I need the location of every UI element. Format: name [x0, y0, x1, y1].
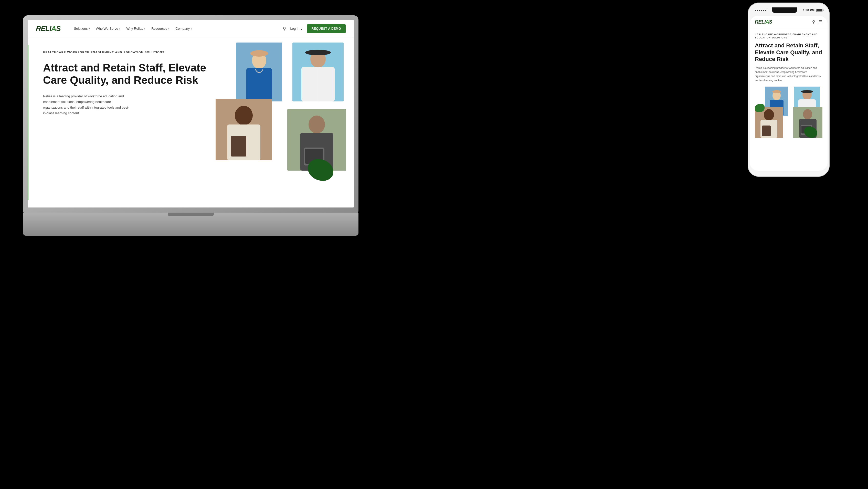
speaker-dot	[761, 10, 762, 11]
nav-right-actions: ⚲ Log In ∨ REQUEST A DEMO	[283, 24, 346, 33]
phone-logo-a: A	[766, 19, 769, 25]
laptop-bezel: RELIAS Solutions ∨ Who We Serve ∨ Why Re…	[23, 16, 359, 215]
svg-rect-6	[305, 50, 331, 55]
speaker-dot	[763, 10, 764, 11]
phone-time-display: 1:30 PM	[803, 8, 823, 12]
nav-item-company[interactable]: Company ∨	[173, 26, 194, 31]
battery-icon	[816, 9, 823, 12]
svg-rect-12	[231, 136, 246, 156]
phone-hero-content: HEALTHCARE WORKFORCE ENABLEMENT AND EDUC…	[750, 28, 828, 143]
phone-nav-icons: ⚲ ☰	[812, 20, 823, 24]
phone-hero-body: Relias is a leading provider of workforc…	[755, 66, 823, 83]
photo-doctor	[292, 42, 344, 101]
nav-menu: Solutions ∨ Who We Serve ∨ Why Relias ∨ …	[72, 26, 277, 31]
website-navbar: RELIAS Solutions ∨ Who We Serve ∨ Why Re…	[28, 20, 354, 37]
nav-item-solutions[interactable]: Solutions ∨	[72, 26, 92, 31]
battery-fill	[817, 9, 822, 11]
hero-eyebrow-text: HEALTHCARE WORKFORCE ENABLEMENT AND EDUC…	[43, 50, 208, 55]
photo-collage	[216, 42, 349, 191]
logo-a: A	[51, 25, 56, 33]
phone-menu-icon[interactable]: ☰	[819, 20, 823, 24]
svg-rect-29	[762, 125, 771, 136]
phone-site-logo[interactable]: RELIAS	[755, 19, 772, 25]
login-button[interactable]: Log In ∨	[290, 27, 303, 30]
nav-item-resources[interactable]: Resources ∨	[149, 26, 172, 31]
phone-hero-title: Attract and Retain Staff, Elevate Care Q…	[755, 42, 823, 62]
phone-bezel: 1:30 PM RELIAS ⚲ ☰ HEALTHCARE WORKFORCE …	[748, 3, 830, 177]
speaker-dot	[759, 10, 760, 11]
hero-section: HEALTHCARE WORKFORCE ENABLEMENT AND EDUC…	[28, 37, 354, 208]
nav-item-who-we-serve[interactable]: Who We Serve ∨	[94, 26, 123, 31]
speaker-dot	[755, 10, 756, 11]
site-logo[interactable]: RELIAS	[36, 25, 61, 33]
svg-point-10	[235, 106, 253, 125]
phone-status-bar: 1:30 PM	[750, 7, 828, 14]
phone-eyebrow-text: HEALTHCARE WORKFORCE ENABLEMENT AND EDUC…	[755, 33, 823, 39]
laptop-device: RELIAS Solutions ∨ Who We Serve ∨ Why Re…	[23, 16, 359, 236]
chevron-down-icon: ∨	[190, 27, 192, 30]
request-demo-button[interactable]: REQUEST A DEMO	[307, 24, 346, 33]
chevron-down-icon: ∨	[144, 27, 146, 30]
phone-speaker-dots	[755, 10, 766, 11]
phone-navbar: RELIAS ⚲ ☰	[750, 16, 828, 28]
hero-right-image	[221, 37, 354, 208]
svg-point-31	[803, 109, 812, 119]
svg-point-27	[764, 109, 774, 120]
phone-device: 1:30 PM RELIAS ⚲ ☰ HEALTHCARE WORKFORCE …	[748, 3, 830, 177]
hero-body-text: Relias is a leading provider of workforc…	[43, 93, 130, 116]
photo-woman-smiling	[216, 99, 272, 160]
laptop-hinge	[168, 213, 214, 216]
phone-photo-collage	[755, 87, 823, 138]
speaker-dot	[757, 10, 758, 11]
svg-rect-24	[801, 90, 813, 93]
svg-rect-3	[246, 68, 272, 101]
search-icon[interactable]: ⚲	[283, 26, 286, 31]
chevron-down-icon: ∨	[88, 27, 90, 30]
hero-title: Attract and Retain Staff, Elevate Care Q…	[43, 62, 208, 87]
hero-left-content: HEALTHCARE WORKFORCE ENABLEMENT AND EDUC…	[28, 37, 221, 208]
photo-nurse	[236, 42, 282, 101]
svg-point-14	[309, 116, 325, 133]
chevron-down-icon: ∨	[168, 27, 170, 30]
chevron-down-icon: ∨	[300, 27, 303, 30]
svg-rect-2	[250, 50, 268, 57]
svg-rect-20	[772, 90, 781, 93]
laptop-screen: RELIAS Solutions ∨ Who We Serve ∨ Why Re…	[28, 20, 354, 208]
chevron-down-icon: ∨	[119, 27, 121, 30]
nav-item-why-relias[interactable]: Why Relias ∨	[124, 26, 148, 31]
phone-search-icon[interactable]: ⚲	[812, 20, 815, 24]
phone-screen: RELIAS ⚲ ☰ HEALTHCARE WORKFORCE ENABLEME…	[750, 16, 828, 171]
laptop-base	[23, 213, 359, 236]
phone-dynamic-island	[772, 7, 797, 13]
speaker-dot	[765, 10, 766, 11]
